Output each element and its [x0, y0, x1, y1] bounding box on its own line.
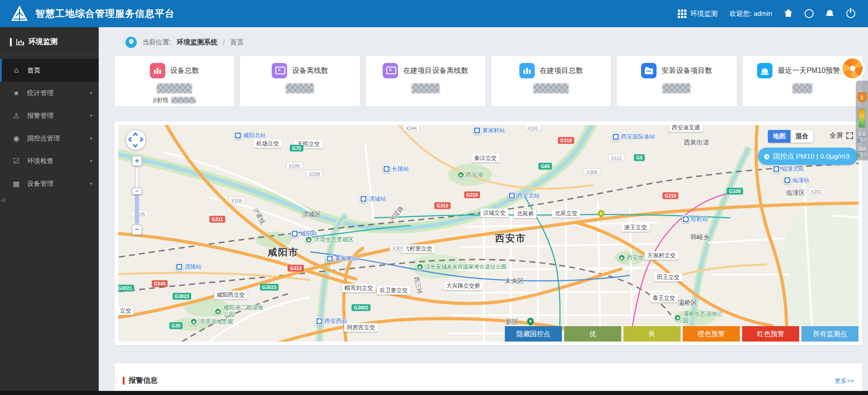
- zoom-in-button[interactable]: +: [132, 156, 142, 166]
- logout-power-icon[interactable]: [846, 9, 855, 18]
- legend-button[interactable]: 红色预警: [742, 326, 799, 342]
- stat-card: 设备离线数: [240, 56, 360, 106]
- zoom-track-fill: [135, 191, 139, 224]
- redacted-value: [286, 83, 314, 93]
- sidebar: 环境监测 首页 统计管理 ▾ 报警管理 ▾ 国控点管理 ▾: [0, 27, 99, 395]
- legend-button[interactable]: 橙色预警: [683, 326, 740, 342]
- help-icon[interactable]: [805, 9, 814, 18]
- legend-button[interactable]: 隐藏国控点: [505, 326, 562, 342]
- down-arrow-icon: ⬇: [857, 152, 861, 158]
- sidebar-item[interactable]: 环境检查 ▾: [0, 149, 99, 172]
- module-switcher[interactable]: 环境监测: [678, 10, 718, 18]
- sidebar-item-icon: [12, 89, 21, 97]
- network-speed-widget[interactable]: 1 0.8 ⬆K/s 568 ⬇K/s: [856, 81, 868, 160]
- stat-card-title: 最近一天PM10预警数: [777, 66, 847, 76]
- sidebar-item[interactable]: 报警管理 ▾: [0, 104, 99, 127]
- legend-button-label: 红色预警: [757, 330, 784, 338]
- map-type-toggle: 地图 混合: [768, 130, 813, 143]
- pin-icon: [763, 153, 771, 160]
- stat-card: 在建项目设备离线数: [366, 56, 485, 106]
- sidebar-item-label: 设备管理: [27, 179, 53, 188]
- module-label: 环境监测: [691, 10, 718, 18]
- pan-right-icon[interactable]: [138, 137, 143, 142]
- stat-card: 安装设备项目数: [617, 56, 736, 106]
- stat-card-value: [286, 83, 314, 94]
- extension-spinner-icon[interactable]: [843, 58, 863, 78]
- stat-card-icon: [272, 63, 287, 78]
- breadcrumb-system[interactable]: 环境监测系统: [177, 38, 217, 47]
- sidebar-item-label: 首页: [27, 66, 40, 75]
- redacted-value: [533, 83, 569, 93]
- fullscreen-icon: [846, 132, 853, 139]
- sidebar-item-icon: [12, 179, 21, 188]
- chevron-down-icon: ▾: [90, 135, 92, 141]
- red-accent-bar: [123, 377, 125, 385]
- chevron-down-icon: ▾: [90, 113, 92, 119]
- map-legend: 隐藏国控点 优 良 橙色预警 红色预警 所有监测点: [505, 326, 858, 342]
- legend-button[interactable]: 优: [564, 326, 621, 342]
- sidebar-item[interactable]: 统计管理 ▾: [0, 82, 99, 104]
- legend-button[interactable]: 良: [623, 326, 681, 342]
- stat-card-title: 设备离线数: [292, 66, 328, 76]
- sidebar-item-label: 统计管理: [27, 89, 53, 97]
- legend-button-label: 隐藏国控点: [517, 330, 551, 338]
- breadcrumb-prefix: 当前位置:: [142, 38, 171, 47]
- stat-card-icon: [519, 63, 535, 78]
- stat-card-title: 安装设备项目数: [662, 66, 712, 76]
- pan-down-icon[interactable]: [133, 142, 138, 147]
- sidebar-item-label: 报警管理: [27, 111, 53, 120]
- sidebar-item-icon: [12, 157, 21, 165]
- sidebar-header: 环境监测: [0, 27, 99, 55]
- redacted-sub-value: [171, 97, 196, 103]
- breadcrumb-page[interactable]: 首页: [230, 38, 244, 47]
- sidebar-item[interactable]: 首页: [0, 59, 99, 82]
- stat-card-title: 在建项目设备离线数: [403, 66, 468, 76]
- bottom-edge-strip: [0, 391, 868, 395]
- stat-card-value: [412, 83, 440, 94]
- redacted-value: [792, 83, 812, 93]
- map-pan-compass[interactable]: [125, 130, 146, 150]
- sidebar-item[interactable]: 设备管理 ▾: [0, 172, 99, 195]
- map-type-hybrid-button[interactable]: 混合: [791, 130, 813, 143]
- stat-card-icon: [641, 63, 657, 78]
- gradient-meter-bar: [858, 109, 865, 128]
- welcome-text: 欢迎您: admin: [729, 10, 772, 18]
- stat-card-value: [792, 83, 812, 94]
- map-type-map-button[interactable]: 地图: [768, 130, 791, 143]
- chevron-down-icon: ▾: [90, 181, 92, 187]
- pm10-status-pill[interactable]: 国控点 PM10 | 0.0μg/m3: [758, 148, 858, 165]
- shield-badge: 1: [858, 92, 867, 102]
- upload-speed-unit: K/s: [861, 138, 867, 143]
- main-content: 当前位置: 环境监测系统 / 首页 设备总数 β射线: [99, 27, 868, 395]
- redacted-value: [662, 83, 691, 93]
- zoom-slider-handle[interactable]: −: [132, 188, 142, 195]
- zoom-out-button[interactable]: −: [132, 225, 142, 235]
- pan-up-icon[interactable]: [133, 132, 138, 137]
- sidebar-item[interactable]: 国控点管理 ▾: [0, 127, 99, 149]
- sidebar-item-icon: [12, 111, 21, 120]
- stat-card-icon: [150, 63, 165, 78]
- fullscreen-button[interactable]: 全屏: [830, 131, 853, 140]
- stat-card-icon: [757, 63, 772, 78]
- stat-card-sub-label: β射线: [153, 96, 168, 104]
- legend-button[interactable]: 所有监测点: [801, 326, 858, 342]
- grid-icon: [678, 10, 686, 18]
- stat-card-icon: [383, 63, 398, 78]
- fullscreen-label: 全屏: [830, 131, 843, 140]
- download-speed-unit: K/s: [861, 153, 867, 158]
- alarm-info-panel: 报警信息 更多>>: [115, 363, 862, 395]
- stat-card-value: [662, 83, 691, 94]
- notification-bell-icon[interactable]: [825, 9, 834, 18]
- home-icon[interactable]: [784, 9, 793, 18]
- sidebar-item-label: 国控点管理: [27, 134, 60, 143]
- stat-card-value: [157, 83, 192, 94]
- app-logo-icon: [10, 5, 29, 23]
- map-canvas[interactable]: 咸阳北站 黄家村站 西安国际港站 长陵站 渭城站: [118, 125, 858, 342]
- download-speed-value: 568: [858, 146, 866, 152]
- pan-left-icon[interactable]: [128, 137, 133, 142]
- sidebar-collapse-arrow-icon[interactable]: ◀: [0, 196, 5, 204]
- legend-button-label: 所有监测点: [813, 330, 847, 338]
- breadcrumb-separator: /: [223, 39, 225, 46]
- more-link[interactable]: 更多>>: [834, 377, 854, 385]
- stat-card: 设备总数 β射线: [115, 56, 234, 106]
